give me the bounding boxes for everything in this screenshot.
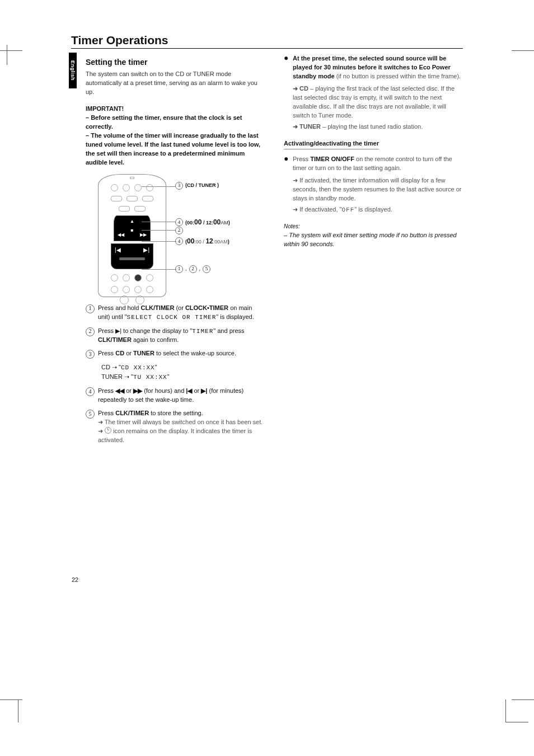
step-1: 1 Press and hold CLK/TIMER (or CLOCK•TIM… (86, 304, 265, 322)
callout-2: 2 (175, 227, 183, 234)
crop-mark (18, 700, 18, 722)
crop-mark (505, 699, 528, 722)
step-3-tuner: TUNER ➝ "TU XX:XX" (101, 373, 265, 382)
callout-4b: 4 (00:00 / 12:00AM) (175, 237, 229, 246)
step-5: 5 Press CLK/TIMER to store the setting. … (86, 409, 265, 445)
crop-mark (0, 699, 22, 700)
callout-1-2-5: 1, 2, 5 (175, 265, 210, 273)
step-3-cd: CD ➝ "CD XX:XX" (101, 363, 265, 373)
page-number: 22 (72, 576, 78, 583)
callout-3: 3 (CD / TUNER ) (175, 182, 219, 190)
important-heading: IMPORTANT! (86, 105, 265, 114)
important-line-2: – The volume of the timer will increase … (86, 132, 265, 167)
result-cd: ➜ CD – playing the first track of the la… (293, 84, 463, 120)
remote-diagram: ◀◀▶▶ ▲■ |◀▶| 3 (CD / TUNER ) (86, 174, 265, 297)
important-line-1: – Before setting the timer, ensure that … (86, 114, 265, 132)
crop-mark (0, 50, 22, 73)
activating-title: Activating/deactivating the timer (284, 139, 379, 150)
preset-time-bullet: ● At the preset time, the selected sound… (284, 54, 463, 81)
crop-mark (7, 45, 7, 65)
chapter-title: Timer Operations (71, 34, 463, 49)
right-column: ● At the preset time, the selected sound… (284, 54, 463, 449)
language-tab: English (69, 53, 77, 88)
callout-4a: 4 (00:00 / 12:00AM) (175, 218, 230, 227)
result-tuner: ➜ TUNER – playing the last tuned radio s… (293, 123, 463, 132)
result-activated: ➜ If activated, the timer information wi… (293, 176, 463, 203)
step-4: 4 Press ◀◀ or ▶▶ (for hours) and |◀ or ▶… (86, 387, 265, 405)
step-3: 3 Press CD or TUNER to select the wake-u… (86, 349, 265, 359)
crop-mark (512, 50, 534, 51)
notes-head: Notes: (284, 223, 463, 231)
timer-onoff-step: ● Press TIMER ON/OFF on the remote contr… (284, 155, 463, 173)
timer-icon (105, 427, 111, 434)
step-2: 2 Press ▶| to change the display to "TIM… (86, 327, 265, 345)
result-deactivated: ➜ If deactivated, "OFF" is displayed. (293, 205, 463, 215)
notes-body: – The system will exit timer setting mod… (284, 231, 463, 249)
left-column: Setting the timer The system can switch … (86, 54, 265, 449)
section-title: Setting the timer (86, 57, 265, 68)
setting-body: The system can switch on to the CD or TU… (86, 70, 265, 97)
